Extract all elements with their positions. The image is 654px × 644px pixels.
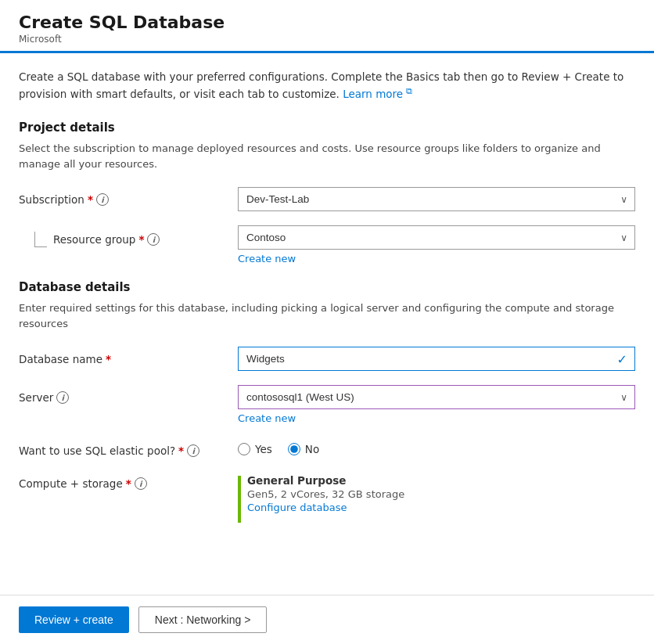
- compute-storage-input-col: General Purpose Gen5, 2 vCores, 32 GB st…: [238, 471, 635, 523]
- elastic-pool-input-col: Yes No: [238, 438, 635, 455]
- green-tier-bar: [238, 476, 241, 523]
- tier-spec: Gen5, 2 vCores, 32 GB storage: [247, 488, 404, 500]
- page-header: Create SQL Database Microsoft: [0, 0, 654, 53]
- database-name-input-wrapper: ✓: [238, 347, 635, 371]
- database-details-title: Database details: [19, 280, 635, 294]
- resource-group-input-col: Contoso ∨ Create new: [238, 225, 635, 264]
- server-select-wrapper: contososql1 (West US) ∨: [238, 385, 635, 409]
- subscription-label-col: Subscription * i: [19, 187, 238, 206]
- compute-storage-label-col: Compute + storage * i: [19, 471, 238, 490]
- resource-group-select[interactable]: Contoso: [238, 225, 635, 250]
- main-content: Create a SQL database with your preferre…: [0, 53, 654, 595]
- resource-group-label-col: Resource group * i: [19, 225, 238, 247]
- resource-group-label: Resource group * i: [53, 233, 160, 246]
- subscription-select-wrapper: Dev-Test-Lab ∨: [238, 187, 635, 211]
- page-description: Create a SQL database with your preferre…: [19, 69, 635, 102]
- server-input-col: contososql1 (West US) ∨ Create new: [238, 385, 635, 424]
- next-networking-button[interactable]: Next : Networking >: [138, 606, 268, 633]
- subscription-input-col: Dev-Test-Lab ∨: [238, 187, 635, 211]
- project-details-desc: Select the subscription to manage deploy…: [19, 141, 635, 171]
- server-info-icon[interactable]: i: [56, 391, 69, 404]
- database-name-label: Database name *: [19, 353, 238, 365]
- rg-info-icon[interactable]: i: [147, 233, 160, 246]
- subscription-required: *: [88, 193, 93, 206]
- database-name-row: Database name * ✓: [19, 347, 635, 371]
- rg-tree-line: Resource group * i: [34, 232, 238, 247]
- database-name-label-col: Database name *: [19, 347, 238, 365]
- database-name-input[interactable]: [238, 347, 635, 371]
- elastic-pool-yes-radio[interactable]: [238, 443, 250, 455]
- compute-storage-label: Compute + storage * i: [19, 477, 238, 490]
- server-label: Server i: [19, 391, 238, 404]
- elastic-pool-no-label: No: [305, 443, 319, 455]
- elastic-pool-label: Want to use SQL elastic pool? * i: [19, 444, 238, 457]
- subscription-label: Subscription * i: [19, 193, 238, 206]
- db-name-required: *: [106, 353, 111, 365]
- resource-group-row: Resource group * i Contoso ∨ Create new: [19, 225, 635, 264]
- cs-required: *: [126, 477, 131, 490]
- external-link-icon: ⧉: [406, 85, 412, 95]
- database-details-desc: Enter required settings for this databas…: [19, 300, 635, 331]
- page-subtitle: Microsoft: [19, 34, 635, 45]
- cs-info-icon[interactable]: i: [135, 477, 147, 490]
- ep-info-icon[interactable]: i: [187, 444, 199, 457]
- subscription-info-icon[interactable]: i: [96, 193, 109, 206]
- page-footer: Review + create Next : Networking >: [0, 595, 654, 644]
- create-new-server-link[interactable]: Create new: [238, 412, 296, 424]
- server-select[interactable]: contososql1 (West US): [238, 385, 635, 409]
- review-create-button[interactable]: Review + create: [19, 606, 129, 633]
- page-title: Create SQL Database: [19, 13, 635, 32]
- learn-more-link[interactable]: Learn more ⧉: [343, 88, 412, 100]
- compute-storage-info: General Purpose Gen5, 2 vCores, 32 GB st…: [238, 471, 635, 523]
- elastic-pool-yes-label: Yes: [255, 443, 272, 455]
- database-name-valid-icon: ✓: [617, 351, 627, 366]
- elastic-pool-row: Want to use SQL elastic pool? * i Yes No: [19, 438, 635, 457]
- rg-required: *: [138, 233, 144, 246]
- page-wrapper: Create SQL Database Microsoft Create a S…: [0, 0, 654, 644]
- elastic-pool-yes-option[interactable]: Yes: [238, 443, 272, 455]
- create-new-rg-link[interactable]: Create new: [238, 253, 296, 264]
- compute-storage-row: Compute + storage * i General Purpose Ge…: [19, 471, 635, 523]
- elastic-pool-label-col: Want to use SQL elastic pool? * i: [19, 438, 238, 457]
- subscription-select[interactable]: Dev-Test-Lab: [238, 187, 635, 211]
- rg-tree-connector: Resource group * i: [34, 232, 160, 247]
- compute-tier: General Purpose Gen5, 2 vCores, 32 GB st…: [238, 474, 635, 523]
- database-name-input-col: ✓: [238, 347, 635, 371]
- project-details-title: Project details: [19, 121, 635, 135]
- server-label-col: Server i: [19, 385, 238, 404]
- subscription-row: Subscription * i Dev-Test-Lab ∨: [19, 187, 635, 211]
- tree-branch: [34, 232, 47, 247]
- server-row: Server i contososql1 (West US) ∨ Create …: [19, 385, 635, 424]
- tier-name: General Purpose: [247, 474, 404, 487]
- elastic-pool-no-radio[interactable]: [288, 443, 300, 455]
- ep-required: *: [178, 444, 184, 457]
- resource-group-select-wrapper: Contoso ∨: [238, 225, 635, 250]
- database-details-section: Database details Enter required settings…: [19, 280, 635, 523]
- project-details-section: Project details Select the subscription …: [19, 121, 635, 264]
- configure-database-link[interactable]: Configure database: [247, 502, 404, 513]
- tier-details: General Purpose Gen5, 2 vCores, 32 GB st…: [247, 474, 404, 513]
- elastic-pool-no-option[interactable]: No: [288, 443, 319, 455]
